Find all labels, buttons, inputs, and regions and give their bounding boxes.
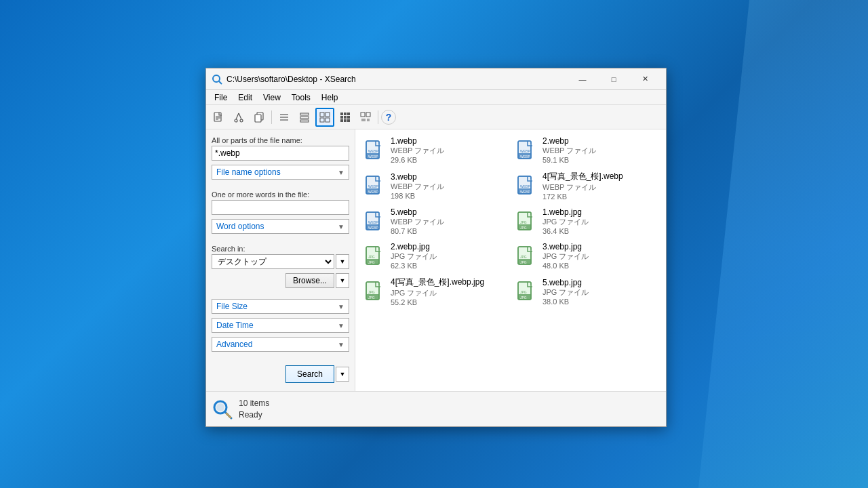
file-item[interactable]: WEBP WEBP 2.webp WEBP ファイル 59.1 KB [511, 134, 662, 167]
file-info: 5.webp WEBP ファイル 80.7 KB [391, 207, 444, 235]
svg-text:JPG: JPG [520, 290, 527, 294]
file-item[interactable]: JPG JPG 3.webp.jpg JPG ファイル 48.0 KB [511, 239, 662, 272]
file-icon: JPG JPG [363, 245, 385, 267]
advanced-label: Advanced [216, 340, 252, 349]
filename-input[interactable] [212, 146, 349, 161]
advanced-section[interactable]: Advanced ▼ [212, 337, 349, 352]
window-controls: — □ ✕ [567, 68, 660, 90]
browse-dropdown-button[interactable]: ▼ [336, 273, 349, 288]
advanced-arrow-icon: ▼ [338, 341, 344, 348]
file-name: 3.webp.jpg [542, 242, 589, 251]
main-window: C:\Users\softaro\Desktop - XSearch — □ ✕… [205, 68, 667, 427]
file-name: 5.webp.jpg [542, 278, 589, 287]
search-button[interactable]: Search [285, 365, 334, 383]
detail-view-button[interactable] [295, 108, 314, 127]
title-bar: C:\Users\softaro\Desktop - XSearch — □ ✕ [206, 68, 666, 90]
svg-text:WEBP: WEBP [368, 184, 378, 188]
svg-text:JPG: JPG [520, 260, 527, 264]
menu-view[interactable]: View [258, 92, 286, 104]
svg-line-9 [239, 113, 241, 119]
words-section: One or more words in the file: [212, 190, 349, 215]
file-type: WEBP ファイル [542, 182, 623, 192]
file-item[interactable]: WEBP WEBP 3.webp WEBP ファイル 198 KB [359, 168, 510, 203]
menu-file[interactable]: File [209, 92, 233, 104]
help-button[interactable]: ? [381, 110, 396, 125]
cut-button[interactable] [229, 108, 248, 127]
minimize-button[interactable]: — [567, 68, 598, 90]
file-icon: WEBP WEBP [515, 175, 537, 197]
copy-button[interactable] [250, 108, 269, 127]
file-name: 5.webp [391, 207, 444, 217]
svg-rect-23 [344, 113, 347, 115]
file-type: JPG ファイル [391, 288, 484, 298]
file-name: 1.webp [391, 136, 444, 146]
file-size: 198 KB [391, 192, 444, 200]
menu-tools[interactable]: Tools [286, 92, 316, 104]
file-info: 4[写真_景色_桜].webp WEBP ファイル 172 KB [542, 171, 623, 201]
word-options-section[interactable]: Word options ▼ [212, 219, 349, 234]
svg-rect-32 [366, 113, 370, 117]
file-icon: WEBP WEBP [363, 175, 385, 197]
search-button-row: Search ▼ [212, 365, 349, 383]
search-in-label: Search in: [212, 245, 349, 253]
file-size: 172 KB [542, 192, 623, 201]
file-item[interactable]: WEBP WEBP 4[写真_景色_桜].webp WEBP ファイル 172 … [511, 168, 662, 203]
menu-edit[interactable]: Edit [233, 92, 258, 104]
file-info: 2.webp WEBP ファイル 59.1 KB [542, 136, 596, 164]
svg-rect-20 [320, 118, 324, 122]
file-type: JPG ファイル [542, 287, 589, 298]
tile-view-button[interactable] [315, 108, 334, 127]
svg-text:JPG: JPG [368, 296, 375, 300]
file-item[interactable]: WEBP WEBP 5.webp WEBP ファイル 80.7 KB [359, 205, 510, 238]
list-view-button[interactable] [275, 108, 294, 127]
file-item[interactable]: JPG JPG 1.webp.jpg JPG ファイル 36.4 KB [511, 205, 662, 238]
svg-rect-21 [326, 118, 330, 122]
svg-text:WEBP: WEBP [368, 155, 378, 159]
maximize-button[interactable]: □ [598, 68, 629, 90]
items-count: 10 items [239, 398, 269, 409]
file-type: JPG ファイル [391, 251, 437, 262]
svg-point-0 [213, 75, 220, 82]
words-label: One or more words in the file: [212, 190, 349, 199]
filename-section: All or parts of the file name: [212, 136, 349, 161]
file-item[interactable]: JPG JPG 2.webp.jpg JPG ファイル 62.3 KB [359, 239, 510, 272]
thumbnail-view-button[interactable] [356, 108, 375, 127]
status-icon [212, 399, 233, 420]
file-icon: JPG JPG [515, 281, 537, 302]
words-input[interactable] [212, 200, 349, 215]
search-in-row: デスクトップ ▼ [212, 254, 349, 269]
browse-row: Browse... ▼ [212, 273, 349, 288]
file-type: WEBP ファイル [391, 182, 444, 192]
new-document-button[interactable] [209, 108, 228, 127]
file-size: 59.1 KB [542, 156, 596, 164]
search-dropdown-button[interactable]: ▼ [336, 367, 349, 382]
close-button[interactable]: ✕ [629, 68, 660, 90]
toolbar: ? [206, 105, 666, 129]
file-size: 62.3 KB [391, 262, 437, 270]
svg-text:WEBP: WEBP [520, 155, 530, 159]
file-name-options-section[interactable]: File name options ▼ [212, 165, 349, 180]
file-icon: JPG JPG [363, 281, 385, 302]
file-info: 2.webp.jpg JPG ファイル 62.3 KB [391, 242, 437, 270]
browse-button[interactable]: Browse... [285, 273, 334, 288]
date-time-section[interactable]: Date Time ▼ [212, 318, 349, 333]
search-in-dropdown-button[interactable]: ▼ [336, 254, 349, 269]
file-item[interactable]: JPG JPG 4[写真_景色_桜].webp.jpg JPG ファイル 55.… [359, 274, 510, 309]
date-time-arrow-icon: ▼ [338, 322, 344, 329]
svg-text:JPG: JPG [368, 255, 375, 259]
results-panel: WEBP WEBP 1.webp WEBP ファイル 29.6 KB WEBP … [355, 129, 666, 391]
word-options-arrow-icon: ▼ [338, 223, 344, 230]
search-in-select[interactable]: デスクトップ [212, 254, 334, 269]
svg-rect-27 [347, 116, 350, 119]
icon-view-button[interactable] [336, 108, 355, 127]
file-name: 1.webp.jpg [542, 207, 589, 217]
svg-text:JPG: JPG [368, 290, 375, 294]
menu-help[interactable]: Help [316, 92, 344, 104]
file-size: 80.7 KB [391, 227, 444, 235]
svg-text:WEBP: WEBP [520, 149, 530, 153]
file-item[interactable]: JPG JPG 5.webp.jpg JPG ファイル 38.0 KB [511, 274, 662, 309]
file-item[interactable]: WEBP WEBP 1.webp WEBP ファイル 29.6 KB [359, 134, 510, 167]
file-size-section[interactable]: File Size ▼ [212, 299, 349, 314]
svg-rect-16 [300, 117, 309, 119]
file-name-options-label: File name options [216, 167, 281, 177]
